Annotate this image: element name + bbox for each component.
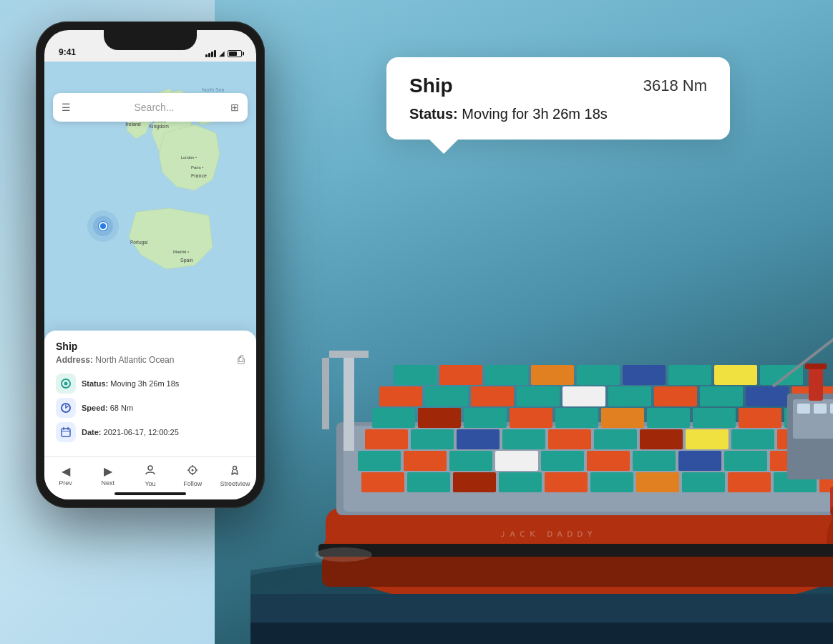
svg-rect-49 xyxy=(731,429,774,449)
wifi-icon: ◢ xyxy=(219,49,225,57)
svg-rect-51 xyxy=(358,451,401,471)
streetview-icon xyxy=(229,464,240,479)
svg-point-88 xyxy=(315,547,372,562)
speed-detail-text: Speed: 68 Nm xyxy=(82,404,133,412)
svg-rect-44 xyxy=(502,429,545,449)
svg-rect-29 xyxy=(746,386,789,406)
svg-rect-38 xyxy=(693,408,736,428)
svg-rect-35 xyxy=(555,408,598,428)
svg-rect-65 xyxy=(499,472,542,492)
svg-text:Spain: Spain xyxy=(180,258,193,263)
status-time: 9:41 xyxy=(59,47,76,57)
svg-text:Portugal: Portugal xyxy=(130,240,148,245)
svg-rect-9 xyxy=(344,351,354,451)
bubble-status-label: Status: xyxy=(409,106,458,122)
svg-rect-64 xyxy=(453,472,496,492)
svg-point-118 xyxy=(192,469,194,471)
info-bubble: Ship 3618 Nm Status: Moving for 3h 26m 1… xyxy=(386,57,730,140)
prev-label: Prev xyxy=(59,479,72,487)
share-icon[interactable]: ⎙ xyxy=(238,353,245,366)
bubble-ship-title: Ship xyxy=(409,74,453,97)
nav-next[interactable]: ▶ Next xyxy=(87,464,129,487)
svg-rect-32 xyxy=(418,408,461,428)
status-detail-text: Status: Moving 3h 26m 18s xyxy=(82,379,179,388)
svg-rect-24 xyxy=(517,386,560,406)
menu-icon[interactable]: ☰ xyxy=(62,102,71,113)
svg-rect-41 xyxy=(365,429,408,449)
svg-rect-70 xyxy=(728,472,771,492)
status-icons: ◢ xyxy=(205,49,242,57)
nav-streetview[interactable]: Streetview xyxy=(214,464,256,487)
svg-rect-75 xyxy=(797,404,810,414)
layers-icon[interactable]: ⊞ xyxy=(230,102,239,113)
next-icon: ▶ xyxy=(104,464,112,478)
svg-rect-76 xyxy=(814,404,827,414)
svg-text:Kingdom: Kingdom xyxy=(149,124,169,130)
svg-rect-5 xyxy=(322,555,833,587)
svg-rect-14 xyxy=(485,365,528,385)
panel-address: Address: North Atlantic Ocean xyxy=(56,355,174,365)
svg-rect-59 xyxy=(724,451,767,471)
svg-rect-6 xyxy=(318,544,833,557)
svg-rect-45 xyxy=(548,429,591,449)
follow-label: Follow xyxy=(183,480,202,487)
map-search-bar[interactable]: ☰ Search... ⊞ xyxy=(53,93,248,122)
nav-prev[interactable]: ◀ Prev xyxy=(44,464,87,487)
svg-rect-62 xyxy=(361,472,404,492)
svg-rect-27 xyxy=(654,386,697,406)
bubble-distance: 3618 Nm xyxy=(643,77,707,95)
prev-icon: ◀ xyxy=(62,464,70,478)
svg-point-123 xyxy=(233,466,237,469)
date-detail-row: Date: 2021-06-17, 12:00:25 xyxy=(56,422,245,442)
svg-rect-43 xyxy=(457,429,500,449)
svg-rect-69 xyxy=(682,472,725,492)
svg-rect-34 xyxy=(510,408,552,428)
svg-rect-13 xyxy=(439,365,482,385)
svg-text:London •: London • xyxy=(181,155,197,160)
streetview-label: Streetview xyxy=(220,480,250,487)
next-label: Next xyxy=(102,479,115,487)
svg-rect-10 xyxy=(329,351,369,358)
svg-rect-91 xyxy=(250,623,833,644)
svg-rect-77 xyxy=(830,404,833,414)
phone-screen: 9:41 ◢ xyxy=(44,30,256,499)
battery-icon xyxy=(228,50,242,57)
svg-rect-56 xyxy=(587,451,630,471)
phone-frame: 9:41 ◢ xyxy=(36,21,265,508)
svg-rect-67 xyxy=(590,472,633,492)
svg-rect-85 xyxy=(809,365,823,401)
svg-rect-36 xyxy=(601,408,644,428)
svg-rect-46 xyxy=(594,429,637,449)
svg-text:Paris •: Paris • xyxy=(191,165,203,170)
svg-rect-31 xyxy=(372,408,415,428)
search-placeholder[interactable]: Search... xyxy=(78,102,230,113)
bubble-status-value: Moving for 3h 26m 18s xyxy=(462,106,607,122)
svg-rect-17 xyxy=(623,365,666,385)
home-indicator[interactable] xyxy=(115,492,186,495)
nav-you[interactable]: You xyxy=(129,464,171,487)
follow-icon xyxy=(187,464,198,479)
date-icon xyxy=(56,422,76,442)
date-detail-text: Date: 2021-06-17, 12:00:25 xyxy=(82,428,179,436)
svg-rect-54 xyxy=(495,451,538,471)
svg-rect-19 xyxy=(714,365,757,385)
speed-detail-row: Speed: 68 Nm xyxy=(56,398,245,418)
signal-bars-icon xyxy=(205,50,216,57)
map-area[interactable]: North Sea United Kingdom Ireland Netherl… xyxy=(44,62,256,369)
status-icon xyxy=(56,374,76,394)
svg-text:Madrid •: Madrid • xyxy=(173,250,189,254)
svg-rect-58 xyxy=(678,451,721,471)
nav-follow[interactable]: Follow xyxy=(172,464,214,487)
svg-rect-112 xyxy=(62,429,70,436)
svg-rect-28 xyxy=(700,386,743,406)
svg-rect-25 xyxy=(562,386,605,406)
svg-rect-86 xyxy=(805,364,827,369)
svg-rect-57 xyxy=(633,451,676,471)
svg-rect-12 xyxy=(394,365,437,385)
svg-point-108 xyxy=(99,223,107,230)
svg-rect-23 xyxy=(471,386,514,406)
svg-rect-16 xyxy=(577,365,620,385)
svg-text:North Sea: North Sea xyxy=(202,87,225,92)
svg-point-116 xyxy=(148,466,152,470)
phone-mockup: 9:41 ◢ xyxy=(36,21,265,508)
